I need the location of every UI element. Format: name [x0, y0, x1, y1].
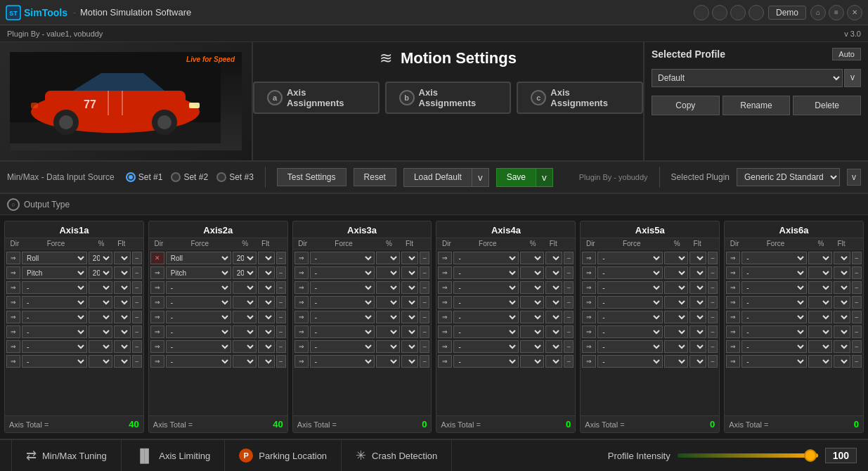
force-select-3-2[interactable]: -	[453, 281, 519, 294]
flt-select-5-4[interactable]	[834, 311, 850, 323]
dir-button-5-6[interactable]: ⇒	[726, 340, 740, 353]
pct-select-0-4[interactable]	[89, 311, 112, 323]
minus-btn-5-0[interactable]: −	[852, 252, 862, 264]
flt-select-4-5[interactable]	[689, 325, 706, 338]
dir-button-5-4[interactable]: ⇒	[726, 311, 740, 323]
home-button[interactable]: ⌂	[810, 5, 826, 20]
flt-select-0-6[interactable]	[114, 340, 131, 353]
pct-select-2-0[interactable]	[376, 252, 400, 264]
pct-select-4-4[interactable]	[664, 311, 688, 323]
force-select-5-4[interactable]: -	[741, 311, 807, 323]
force-select-3-1[interactable]: -	[453, 266, 519, 279]
minus-btn-1-3[interactable]: −	[276, 296, 286, 309]
pct-select-2-2[interactable]	[376, 281, 400, 294]
pct-select-3-6[interactable]	[520, 340, 544, 353]
axis-limiting-item[interactable]: ▐▌ Axis Limiting	[122, 440, 225, 471]
minus-btn-4-7[interactable]: −	[708, 355, 718, 368]
profile-dropdown-arrow[interactable]: v	[844, 69, 861, 87]
force-select-4-4[interactable]: -	[597, 311, 663, 323]
minus-btn-0-1[interactable]: −	[132, 266, 142, 279]
flt-select-2-0[interactable]	[401, 252, 418, 264]
pct-select-5-4[interactable]	[808, 311, 832, 323]
force-select-2-7[interactable]: -	[310, 355, 375, 368]
minus-btn-5-6[interactable]: −	[852, 340, 862, 353]
load-default-button[interactable]: Load Default	[403, 168, 472, 187]
force-select-3-0[interactable]: -	[453, 252, 519, 264]
minus-btn-1-1[interactable]: −	[276, 266, 286, 279]
menu-button[interactable]: ≡	[829, 5, 844, 20]
minus-btn-3-6[interactable]: −	[564, 340, 574, 353]
force-select-4-1[interactable]: -	[597, 266, 663, 279]
flt-select-1-4[interactable]	[258, 311, 275, 323]
save-button[interactable]: Save	[496, 168, 536, 187]
pct-select-5-1[interactable]	[808, 266, 832, 279]
flt-select-1-5[interactable]	[258, 325, 275, 338]
pct-select-0-3[interactable]	[89, 296, 112, 309]
selected-plugin-select[interactable]: Generic 2D Standard	[737, 168, 840, 186]
pct-select-3-4[interactable]	[520, 311, 544, 323]
plugin-dropdown[interactable]: v	[847, 169, 861, 186]
dir-button-4-2[interactable]: ⇒	[582, 281, 596, 294]
force-select-3-7[interactable]: -	[453, 355, 519, 368]
axis-tab-a[interactable]: a Axis Assignments	[253, 82, 380, 114]
force-select-3-3[interactable]: -	[453, 296, 519, 309]
force-select-4-6[interactable]: -	[597, 340, 663, 353]
minus-btn-1-5[interactable]: −	[276, 325, 286, 338]
force-select-4-7[interactable]: -	[597, 355, 663, 368]
pct-select-5-6[interactable]	[808, 340, 832, 353]
win-btn-3[interactable]	[730, 5, 746, 20]
dir-button-2-7[interactable]: ⇒	[294, 355, 309, 368]
dir-button-3-1[interactable]: ⇒	[438, 266, 452, 279]
dir-button-3-7[interactable]: ⇒	[438, 355, 452, 368]
force-select-2-2[interactable]: -	[310, 281, 375, 294]
pct-select-3-2[interactable]	[520, 281, 544, 294]
flt-select-1-1[interactable]	[258, 266, 275, 279]
flt-select-1-0[interactable]	[258, 252, 275, 264]
dir-button-4-1[interactable]: ⇒	[582, 266, 596, 279]
flt-select-3-7[interactable]	[545, 355, 562, 368]
minus-btn-5-7[interactable]: −	[852, 355, 862, 368]
flt-select-4-2[interactable]	[689, 281, 706, 294]
minus-btn-3-2[interactable]: −	[564, 281, 574, 294]
pct-select-4-2[interactable]	[664, 281, 688, 294]
force-select-1-4[interactable]: -	[166, 311, 231, 323]
set1-radio[interactable]: Set #1	[126, 172, 163, 182]
minus-btn-5-5[interactable]: −	[852, 325, 862, 338]
axis-tab-c[interactable]: c Axis Assignments	[517, 82, 643, 114]
flt-select-5-3[interactable]	[834, 296, 850, 309]
flt-select-3-2[interactable]	[545, 281, 562, 294]
force-select-5-2[interactable]: -	[741, 281, 807, 294]
minus-btn-4-3[interactable]: −	[708, 296, 718, 309]
win-btn-1[interactable]	[694, 5, 709, 20]
force-select-4-2[interactable]: -	[597, 281, 663, 294]
pct-select-1-4[interactable]	[233, 311, 257, 323]
dir-button-0-5[interactable]: ⇒	[6, 325, 20, 338]
minus-btn-3-1[interactable]: −	[564, 266, 574, 279]
pct-select-0-1[interactable]: 20	[89, 266, 112, 279]
minus-btn-1-0[interactable]: −	[276, 252, 286, 264]
dir-button-4-5[interactable]: ⇒	[582, 325, 596, 338]
flt-select-0-0[interactable]	[114, 252, 131, 264]
flt-select-5-1[interactable]	[834, 266, 850, 279]
minus-btn-5-3[interactable]: −	[852, 296, 862, 309]
pct-select-4-1[interactable]	[664, 266, 688, 279]
dir-button-5-1[interactable]: ⇒	[726, 266, 740, 279]
flt-select-4-3[interactable]	[689, 296, 706, 309]
save-v[interactable]: v	[536, 168, 553, 187]
pct-select-1-1[interactable]: 20	[233, 266, 257, 279]
flt-select-2-7[interactable]	[401, 355, 418, 368]
dir-button-1-0[interactable]: ✕	[150, 252, 164, 264]
dir-button-1-1[interactable]: ⇒	[150, 266, 164, 279]
flt-select-5-0[interactable]	[834, 252, 850, 264]
dir-button-0-1[interactable]: ⇒	[6, 266, 20, 279]
dir-button-5-7[interactable]: ⇒	[726, 355, 740, 368]
flt-select-2-5[interactable]	[401, 325, 418, 338]
pct-select-3-7[interactable]	[520, 355, 544, 368]
minus-btn-1-2[interactable]: −	[276, 281, 286, 294]
flt-select-4-6[interactable]	[689, 340, 706, 353]
minus-btn-2-3[interactable]: −	[420, 296, 429, 309]
flt-select-4-1[interactable]	[689, 266, 706, 279]
pct-select-3-0[interactable]	[520, 252, 544, 264]
dir-button-3-4[interactable]: ⇒	[438, 311, 452, 323]
minus-btn-3-7[interactable]: −	[564, 355, 574, 368]
